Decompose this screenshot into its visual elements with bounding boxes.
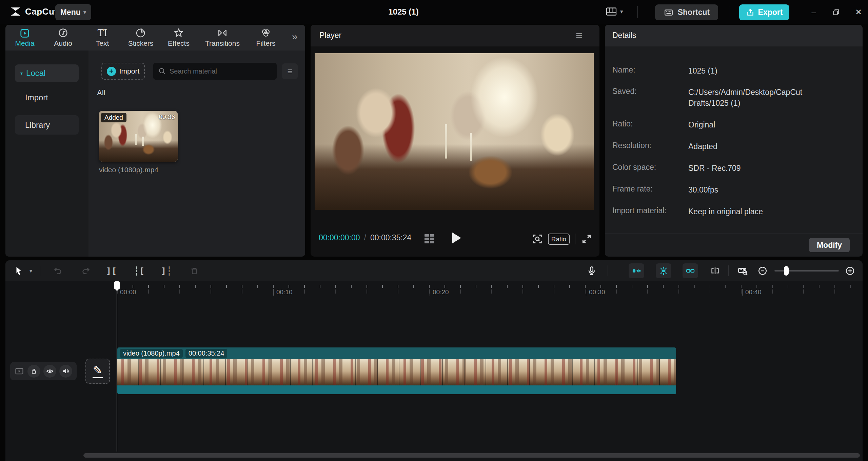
clip-header: video (1080p).mp4 00:00:35:24: [117, 347, 676, 359]
frame-grid-button[interactable]: [425, 234, 434, 243]
detail-row-framerate: Frame rate: 30.00fps: [612, 184, 855, 195]
preview-axis-button[interactable]: [656, 263, 671, 278]
filters-icon: [260, 27, 271, 38]
ruler-ticks-active: [117, 285, 676, 288]
timeline-scrollbar[interactable]: [83, 453, 860, 458]
mute-track-button[interactable]: [59, 365, 72, 378]
detail-row-ratio: Ratio: Original: [612, 119, 855, 130]
clip-filmstrip: [117, 359, 676, 385]
layout-switch-button[interactable]: ▾: [606, 7, 623, 16]
maximize-button[interactable]: [827, 5, 845, 20]
tab-media[interactable]: Media: [6, 27, 43, 49]
shortcut-button[interactable]: Shortcut: [655, 4, 718, 20]
pencil-underline: [93, 377, 103, 378]
video-frame-image: [315, 53, 594, 210]
tab-audio[interactable]: Audio: [44, 27, 82, 49]
menu-button[interactable]: Menu ▾: [55, 4, 91, 20]
tab-text[interactable]: TI Text: [84, 27, 121, 49]
delete-left-button[interactable]: ┆[: [134, 265, 145, 276]
sidebar-item-import[interactable]: Import: [25, 93, 48, 102]
play-button[interactable]: [452, 233, 461, 243]
tab-stickers[interactable]: Stickers: [122, 27, 159, 49]
video-track-icon: [14, 366, 24, 376]
timeline-ruler[interactable]: [117, 285, 863, 288]
details-header: Details: [605, 25, 863, 46]
split-button[interactable]: ][: [106, 265, 117, 276]
timeline-clip[interactable]: video (1080p).mp4 00:00:35:24: [117, 347, 676, 394]
sidebar-item-library[interactable]: Library: [15, 115, 79, 135]
close-icon: ✕: [855, 7, 862, 17]
tab-transitions[interactable]: Transitions: [204, 27, 241, 49]
tab-effects[interactable]: Effects: [160, 27, 197, 49]
close-button[interactable]: ✕: [850, 5, 867, 20]
mirror-split-button[interactable]: [709, 265, 721, 276]
media-library-panel: Media Audio TI Text: [5, 25, 305, 257]
search-box[interactable]: [153, 63, 277, 80]
divider: [728, 265, 729, 276]
select-tool-button[interactable]: [13, 265, 24, 276]
import-button[interactable]: + Import: [101, 63, 145, 80]
details-panel: Details Name: 1025 (1) Saved: C:/Users/A…: [605, 25, 863, 257]
capcut-window: CapCut Menu ▾ 1025 (1) ▾ Sho: [0, 0, 868, 461]
hide-track-button[interactable]: [43, 365, 56, 378]
detail-row-saved: Saved: C:/Users/Admin/Desktop/CapCut Dra…: [612, 87, 855, 108]
delete-right-button[interactable]: ]┆: [161, 265, 172, 276]
top-bar: CapCut Menu ▾ 1025 (1) ▾ Sho: [0, 0, 868, 24]
timeline-toolbar: ▾ ][ ┆[ ]┆: [5, 260, 863, 281]
asset-tabs: Media Audio TI Text: [5, 25, 305, 51]
restore-icon: [832, 8, 840, 16]
edit-cover-button[interactable]: ✎: [85, 359, 110, 384]
minimize-button[interactable]: –: [805, 5, 823, 20]
hamburger-icon: ≡: [287, 66, 292, 77]
divider: [605, 234, 863, 234]
ratio-button[interactable]: Ratio: [548, 234, 570, 245]
divider: [575, 234, 575, 244]
link-materials-button[interactable]: [683, 263, 698, 278]
divider: [41, 265, 41, 276]
fullscreen-button[interactable]: [581, 234, 592, 244]
ruler-label: 00:20: [430, 289, 449, 296]
more-tabs-button[interactable]: »: [292, 31, 298, 42]
section-all-label: All: [97, 88, 105, 97]
sidebar-item-local[interactable]: ▾ Local: [15, 64, 79, 82]
media-duration: 00:36: [159, 113, 175, 121]
playhead[interactable]: [114, 281, 120, 289]
zoom-in-button[interactable]: [844, 265, 856, 276]
chevron-down-icon: ▾: [620, 8, 623, 15]
timeline-zoom-handle[interactable]: [784, 266, 789, 276]
lock-track-button[interactable]: [27, 365, 40, 378]
record-voiceover-button[interactable]: [586, 265, 597, 276]
delete-button[interactable]: [189, 265, 200, 276]
playback-time: 00:00:00:00 / 00:00:35:24: [319, 233, 411, 242]
divider: [637, 6, 638, 18]
undo-button[interactable]: [52, 265, 64, 276]
plus-icon: +: [107, 67, 116, 76]
media-filename: video (1080p).mp4: [99, 166, 158, 174]
tab-filters[interactable]: Filters: [247, 27, 284, 49]
layout-icon: [606, 7, 617, 16]
timeline-scale-button[interactable]: [737, 265, 749, 276]
preview-quality-button[interactable]: [532, 233, 543, 245]
export-button[interactable]: Export: [739, 4, 789, 20]
player-title: Player: [319, 31, 341, 40]
playhead-line: [117, 282, 117, 452]
list-view-button[interactable]: ≡: [282, 63, 298, 79]
redo-button[interactable]: [80, 265, 92, 276]
player-header: Player ≡: [311, 25, 599, 46]
auto-snap-button[interactable]: [629, 263, 644, 278]
select-tool-chevron[interactable]: ▾: [25, 265, 37, 276]
zoom-out-button[interactable]: [757, 265, 768, 276]
modify-button[interactable]: Modify: [809, 238, 850, 252]
export-icon: [746, 8, 755, 17]
track-header-controls: [10, 362, 77, 380]
video-preview[interactable]: [315, 53, 594, 210]
detail-row-name: Name: 1025 (1): [612, 65, 855, 76]
detail-row-resolution: Resolution: Adapted: [612, 141, 855, 152]
search-input[interactable]: [170, 67, 268, 75]
sticker-icon: [135, 27, 146, 38]
player-menu-button[interactable]: ≡: [576, 29, 583, 42]
media-item-card[interactable]: Added 00:36: [99, 111, 178, 162]
clip-duration: 00:00:35:24: [185, 349, 228, 358]
chevron-down-icon: ▾: [29, 268, 32, 274]
capcut-logo-icon: [9, 5, 22, 18]
